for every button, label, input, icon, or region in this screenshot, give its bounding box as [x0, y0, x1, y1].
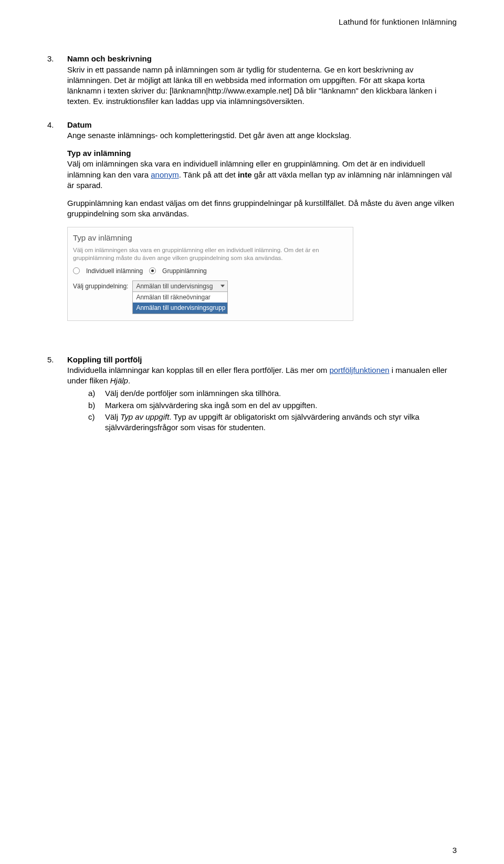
- ui-box-desc: Välj om inlämningen ska vara en gruppinl…: [73, 246, 348, 263]
- section-5: 5. Koppling till portfölj Individuella i…: [47, 355, 457, 434]
- radio-individuell-label: Individuell inlämning: [86, 267, 143, 275]
- section-4-number: 4.: [47, 120, 59, 321]
- radio-individuell[interactable]: [73, 267, 80, 274]
- item-b-text: Markera om självvärdering ska ingå som e…: [105, 400, 317, 411]
- section-4-p2a: Gruppinlämning kan endast väljas om det …: [67, 199, 344, 207]
- ui-select-label: Välj gruppindelning:: [73, 280, 128, 290]
- section-5-p1c: .: [128, 376, 130, 385]
- dropdown-selected[interactable]: Anmälan till undervisningsg: [133, 281, 227, 292]
- item-c-pre: Välj: [105, 412, 120, 421]
- section-5-number: 5.: [47, 355, 59, 434]
- section-4-text1: Ange senaste inlämnings- och kompletteri…: [67, 130, 457, 141]
- list-item-a: a) Välj den/de portföljer som inlämninge…: [88, 388, 457, 399]
- ui-typ-av-inlamning: Typ av inlämning Välj om inlämningen ska…: [67, 227, 353, 321]
- ui-radio-row: Individuell inlämning Gruppinlämning: [73, 267, 348, 275]
- ui-box-title: Typ av inlämning: [73, 233, 348, 243]
- dropdown-option-1[interactable]: Anmälan till räkneövningar: [133, 292, 227, 303]
- letter-a: a): [88, 388, 99, 399]
- section-4: 4. Datum Ange senaste inlämnings- och ko…: [47, 120, 457, 321]
- section-3-text: Skriv in ett passande namn på inlämninge…: [67, 65, 457, 107]
- radio-grupp[interactable]: [149, 267, 156, 274]
- typ-av-inlamning-title: Typ av inlämning: [67, 149, 131, 158]
- item-c-text: Välj Typ av uppgift. Typ av uppgift är o…: [105, 412, 457, 433]
- section-3-title: Namn och beskrivning: [67, 54, 457, 64]
- typ-av-uppgift-italic: Typ av uppgift: [120, 412, 169, 421]
- anonym-link[interactable]: anonym: [151, 170, 178, 179]
- letter-b: b): [88, 400, 99, 411]
- item-a-text: Välj den/de portföljer som inlämningen s…: [105, 388, 281, 399]
- list-item-b: b) Markera om självvärdering ska ingå so…: [88, 400, 457, 411]
- list-item-c: c) Välj Typ av uppgift. Typ av uppgift ä…: [88, 412, 457, 433]
- letter-c: c): [88, 412, 99, 433]
- dropdown-option-2[interactable]: Anmälan till undervisningsgrupp: [133, 303, 227, 313]
- portfoljfunktionen-link[interactable]: portföljfunktionen: [329, 366, 389, 374]
- section-5-title: Koppling till portfölj: [67, 355, 457, 365]
- section-3-number: 3.: [47, 54, 59, 107]
- section-4-p1b: . Tänk på att det: [179, 170, 238, 179]
- inte-bold: inte: [238, 170, 252, 179]
- gruppindelning-dropdown[interactable]: Anmälan till undervisningsg Anmälan till…: [132, 280, 228, 314]
- page-header-right: Lathund för funktionen Inlämning: [47, 17, 457, 27]
- hjalp-italic: Hjälp: [110, 376, 128, 385]
- radio-grupp-label: Gruppinlämning: [162, 267, 207, 275]
- dropdown-list: Anmälan till räkneövningar Anmälan till …: [133, 292, 227, 313]
- section-5-p1a: Individuella inlämningar kan kopplas til…: [67, 366, 329, 374]
- section-4-title: Datum: [67, 120, 457, 130]
- section-3: 3. Namn och beskrivning Skriv in ett pas…: [47, 54, 457, 107]
